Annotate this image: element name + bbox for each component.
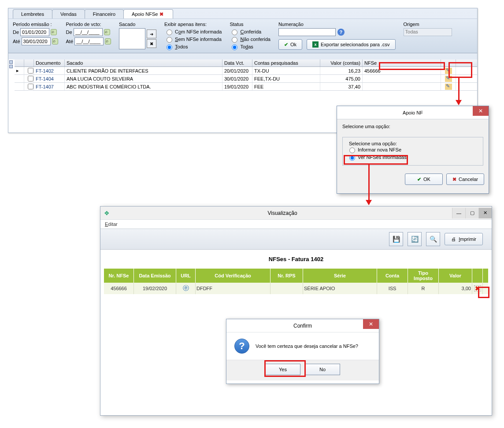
ate-label: Até (13, 39, 20, 44)
col-cod: Cód Verificação (196, 269, 271, 283)
excel-icon: x (312, 41, 319, 48)
nfse-cell: 456666 (363, 67, 441, 74)
search-icon[interactable] (104, 29, 110, 35)
app-icon: ❖ (100, 210, 113, 217)
close-icon[interactable]: ✕ (363, 319, 379, 329)
table-row[interactable]: FT-1404 ANA LUCIA COUTO SILVEIRA 30/01/2… (15, 75, 477, 83)
yes-button[interactable]: Yes (265, 364, 300, 375)
close-icon[interactable]: ✕ (473, 106, 489, 116)
tab-vendas[interactable]: Vendas (52, 9, 85, 18)
table-row[interactable]: FT-1407 ABC INDÚSTRIA E COMÉRCIO LTDA. 1… (15, 83, 477, 91)
ate-vcto-input[interactable] (74, 37, 104, 45)
close-tab-icon[interactable]: ✖ (159, 11, 165, 17)
de-emissao-input[interactable] (20, 28, 49, 36)
grid-handle[interactable] (8, 59, 15, 91)
status-todas-radio[interactable]: Todas (230, 43, 271, 50)
question-icon: ? (234, 339, 249, 354)
edit-icon[interactable] (445, 84, 452, 90)
row-checkbox[interactable] (28, 84, 33, 89)
row-checkbox[interactable] (28, 68, 33, 74)
tab-lembretes[interactable]: Lembretes (13, 9, 52, 18)
col-contas[interactable]: Contas pesquisadas (252, 59, 320, 66)
ate-label2: Até (66, 39, 74, 44)
informar-radio[interactable]: Informar nova NFSe (347, 146, 478, 153)
sacado-label: Sacado (119, 22, 156, 27)
valor-cell: 16,23 (320, 67, 363, 74)
col-documento[interactable]: Documento (34, 59, 65, 66)
legend-inner: Selecione uma opção: (347, 141, 399, 146)
col-valor[interactable]: Valor (contas) (320, 59, 363, 66)
no-button[interactable]: No (305, 364, 340, 375)
col-sacado[interactable]: Sacado (65, 59, 222, 66)
delete-icon[interactable]: ✖ (474, 285, 481, 291)
minimize-button[interactable]: — (452, 208, 465, 218)
menu-editar[interactable]: Editar (100, 220, 492, 229)
data-cell: 20/01/2020 (222, 67, 252, 74)
cancel-label: Cancelar (459, 177, 478, 182)
periodo-emissao-label: Período emissão : (13, 22, 58, 27)
de-vcto-input[interactable] (74, 28, 103, 36)
tab-apoio-nfse[interactable]: Apoio NFSe ✖ (123, 9, 173, 18)
tab-vendas-label: Vendas (60, 11, 77, 17)
valor-cell: 3,00 (439, 283, 472, 294)
numeracao-label: Numeração (278, 22, 396, 27)
numeracao-input[interactable] (278, 28, 336, 36)
export-csv-button[interactable]: xExportar selecionados para .csv (307, 39, 396, 50)
doc-cell[interactable]: FT-1407 (34, 83, 65, 90)
informar-label: Informar nova NFSe (358, 147, 401, 152)
export-label: Exportar selecionados para .csv (321, 42, 390, 47)
sacado-cell: ABC INDÚSTRIA E COMÉRCIO LTDA. (65, 83, 222, 90)
visu-toolbar: 💾 🔄 🔍 🖨Imprimir (100, 229, 492, 250)
sacado-add-button[interactable]: ➜ (147, 30, 156, 38)
col-nfse[interactable]: NFSe (363, 59, 441, 66)
help-icon[interactable]: ? (337, 29, 345, 36)
edit-icon[interactable] (445, 76, 452, 82)
search-icon[interactable] (52, 38, 58, 44)
arrow-down-icon (458, 78, 460, 104)
cancel-button[interactable]: ✖Cancelar (446, 173, 484, 185)
doc-cell[interactable]: FT-1404 (34, 75, 65, 82)
save-icon[interactable]: 💾 (389, 232, 403, 246)
col-tipo: Tipo Imposto (408, 269, 439, 283)
close-button[interactable]: ✕ (478, 208, 492, 218)
col-rps: Nr. RPS (271, 269, 303, 283)
status-nao-conferida-radio[interactable]: Não conferida (230, 36, 271, 43)
exibir-com-radio[interactable]: Com NFSe informada (164, 28, 222, 35)
sacado-remove-button[interactable]: ✖ (147, 39, 156, 48)
visu-grid: Nr. NFSe Data Emissão URL Cód Verificaçã… (104, 269, 488, 294)
search-icon[interactable] (51, 29, 57, 35)
tab-financeiro[interactable]: Financeiro (85, 9, 124, 18)
status-conferida-radio[interactable]: Conferida (230, 28, 271, 35)
maximize-button[interactable]: ▢ (465, 208, 478, 218)
ver-radio[interactable]: Ver NFSes informadas (347, 154, 478, 161)
nfse-cell (363, 75, 441, 82)
ate-emissao-input[interactable] (22, 37, 51, 45)
search-icon[interactable] (105, 38, 111, 44)
contas-cell: FEE (252, 83, 320, 90)
exibir-todos-radio[interactable]: Todos (164, 43, 222, 50)
ok-button[interactable]: ✔Ok (278, 39, 302, 50)
col-data[interactable]: Data Vct. (222, 59, 252, 66)
dialog-title-bar: Apoio NF ✕ (337, 106, 489, 119)
de-label: De (13, 30, 19, 35)
col-serie: Série (303, 269, 377, 283)
print-button[interactable]: 🖨Imprimir (445, 233, 483, 245)
edit-icon[interactable] (445, 68, 452, 74)
grid-header: Documento Sacado Data Vct. Contas pesqui… (15, 59, 477, 67)
table-row[interactable]: ▸ FT-1402 CLIENTE PADRÃO DE INTERFACES 2… (15, 67, 477, 75)
sacado-listbox[interactable] (119, 28, 145, 49)
row-checkbox[interactable] (28, 76, 33, 81)
confirm-title: Confirm (293, 323, 312, 329)
browser-icon[interactable]: ⓔ (183, 284, 189, 292)
tab-bar: Lembretes Vendas Financeiro Apoio NFSe ✖ (8, 8, 477, 18)
refresh-icon[interactable]: 🔄 (408, 232, 422, 246)
visu-grid-header: Nr. NFSe Data Emissão URL Cód Verificaçã… (104, 269, 488, 283)
ok-button-label: Ok (290, 42, 296, 47)
ok-button[interactable]: ✔OK (405, 173, 443, 185)
data-cell: 30/01/2020 (222, 75, 252, 82)
zoom-icon[interactable]: 🔍 (426, 232, 440, 246)
exibir-sem-radio[interactable]: Sem NFSe informada (164, 36, 222, 43)
doc-cell[interactable]: FT-1402 (34, 67, 65, 74)
exibir-group: Exibir apenas itens: Com NFSe informada … (164, 22, 222, 50)
printer-icon: 🖨 (451, 236, 456, 242)
